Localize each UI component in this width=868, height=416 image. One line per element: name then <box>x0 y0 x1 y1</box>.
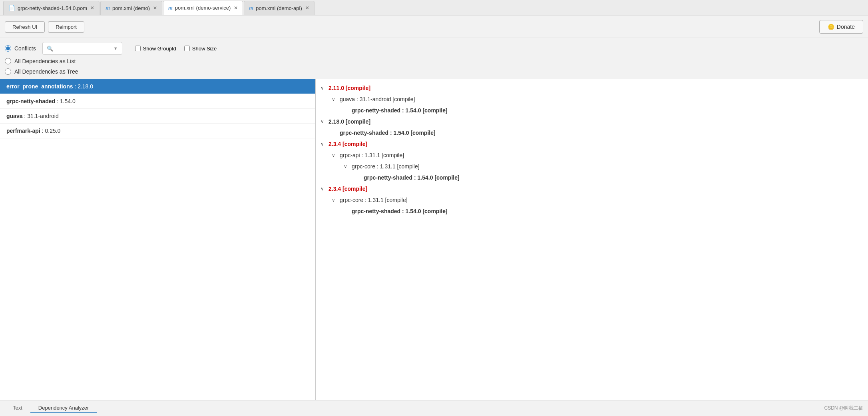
dep-version: : 1.54.0 <box>57 98 76 104</box>
chevron-icon: ∨ <box>321 141 327 147</box>
reimport-button[interactable]: Reimport <box>48 21 84 33</box>
tree-item-text: 2.18.0 [compile] <box>328 118 370 125</box>
status-credit: CSDN @叫我二征 <box>824 405 863 412</box>
conflicts-radio-item[interactable]: Conflicts <box>5 45 36 52</box>
tab-grpc-pom[interactable]: 📄 grpc-netty-shaded-1.54.0.pom ✕ <box>3 1 100 15</box>
chevron-icon: ∨ <box>332 152 338 158</box>
chevron-icon: ∨ <box>332 197 338 203</box>
status-tabs: Text Dependency Analyzer <box>5 403 97 413</box>
dep-item-perfmark[interactable]: perfmark-api : 0.25.0 <box>0 124 315 138</box>
tree-item[interactable]: ∨ grpc-core : 1.31.1 [compile] <box>316 161 868 172</box>
tree-item-text: grpc-core : 1.31.1 [compile] <box>352 163 420 170</box>
chevron-icon: ∨ <box>321 85 327 91</box>
tab-label: pom.xml (demo-api) <box>256 5 302 11</box>
tab-label: grpc-netty-shaded-1.54.0.pom <box>18 5 87 11</box>
tab-close-icon[interactable]: ✕ <box>234 5 238 11</box>
dep-name: perfmark-api <box>6 128 40 134</box>
main-content: error_prone_annotations : 2.18.0 grpc-ne… <box>0 79 868 400</box>
dep-name: error_prone_annotations <box>6 83 73 90</box>
refresh-ui-button[interactable]: Refresh UI <box>5 21 45 33</box>
all-deps-list-radio-item[interactable]: All Dependencies as List <box>5 58 76 64</box>
tab-pom-demo-api[interactable]: m pom.xml (demo-api) ✕ <box>244 1 314 15</box>
tab-label: pom.xml (demo) <box>112 5 150 11</box>
all-deps-tree-radio[interactable] <box>5 68 11 75</box>
file-icon: 📄 <box>8 5 15 11</box>
show-size-item[interactable]: Show Size <box>184 46 217 52</box>
tree-item-text: grpc-netty-shaded : 1.54.0 [compile] <box>352 107 448 114</box>
maven-icon: m <box>168 5 173 11</box>
dropdown-icon: ▼ <box>113 46 118 51</box>
options-panel: Conflicts 🔍 ▼ Show GroupId Show Size All… <box>0 38 868 79</box>
tree-item[interactable]: ∨ 2.11.0 [compile] <box>316 82 868 94</box>
options-row-3: All Dependencies as Tree <box>5 67 863 79</box>
maven-icon: m <box>249 5 253 11</box>
chevron-icon: ∨ <box>344 164 350 169</box>
tab-pom-demo-service[interactable]: m pom.xml (demo-service) ✕ <box>163 1 243 15</box>
tree-item[interactable]: ∨ 2.3.4 [compile] <box>316 138 868 150</box>
tree-item-text: 2.3.4 [compile] <box>328 141 367 147</box>
show-size-label: Show Size <box>192 46 217 52</box>
options-row-2: All Dependencies as List <box>5 56 863 67</box>
all-deps-tree-label: All Dependencies as Tree <box>14 68 78 75</box>
donate-icon: 🪙 <box>828 24 834 30</box>
dep-name: guava <box>6 113 22 119</box>
search-icon: 🔍 <box>47 46 53 52</box>
right-panel: ∨ 2.11.0 [compile] ∨ guava : 31.1-androi… <box>316 79 868 400</box>
tree-item[interactable]: ∨ guava : 31.1-android [compile] <box>316 94 868 105</box>
tree-item[interactable]: grpc-netty-shaded : 1.54.0 [compile] <box>316 172 868 183</box>
show-groupid-item[interactable]: Show GroupId <box>135 46 176 52</box>
dep-analyzer-tab-label: Dependency Analyzer <box>38 405 89 411</box>
checkbox-group: Show GroupId Show Size <box>135 46 217 52</box>
maven-icon: m <box>106 5 110 11</box>
tree-item[interactable]: grpc-netty-shaded : 1.54.0 [compile] <box>316 206 868 217</box>
all-deps-list-radio[interactable] <box>5 58 11 64</box>
tree-item[interactable]: grpc-netty-shaded : 1.54.0 [compile] <box>316 127 868 138</box>
all-deps-tree-radio-item[interactable]: All Dependencies as Tree <box>5 68 78 75</box>
dep-item-error-prone[interactable]: error_prone_annotations : 2.18.0 <box>0 79 315 94</box>
tree-item[interactable]: ∨ grpc-api : 1.31.1 [compile] <box>316 150 868 161</box>
show-size-checkbox[interactable] <box>184 46 190 51</box>
show-groupid-label: Show GroupId <box>143 46 176 52</box>
show-groupid-checkbox[interactable] <box>135 46 141 51</box>
tree-item-text: grpc-core : 1.31.1 [compile] <box>340 197 408 203</box>
tree-item[interactable]: ∨ 2.3.4 [compile] <box>316 183 868 194</box>
tree-item[interactable]: ∨ grpc-core : 1.31.1 [compile] <box>316 194 868 206</box>
search-input[interactable] <box>56 46 111 52</box>
left-panel: error_prone_annotations : 2.18.0 grpc-ne… <box>0 79 316 400</box>
tree-item-text: 2.3.4 [compile] <box>328 186 367 192</box>
toolbar-left: Refresh UI Reimport <box>5 21 84 33</box>
tree-item-text: grpc-netty-shaded : 1.54.0 [compile] <box>364 174 460 181</box>
donate-button[interactable]: 🪙 Donate <box>819 20 863 34</box>
tab-label: pom.xml (demo-service) <box>175 5 231 11</box>
conflicts-radio[interactable] <box>5 45 11 52</box>
options-row-1: Conflicts 🔍 ▼ Show GroupId Show Size <box>5 38 863 56</box>
chevron-icon <box>344 208 350 214</box>
tab-bar: 📄 grpc-netty-shaded-1.54.0.pom ✕ m pom.x… <box>0 0 868 16</box>
tab-close-icon[interactable]: ✕ <box>305 5 309 11</box>
tree-item[interactable]: grpc-netty-shaded : 1.54.0 [compile] <box>316 105 868 116</box>
chevron-icon: ∨ <box>332 96 338 102</box>
tab-close-icon[interactable]: ✕ <box>90 5 94 11</box>
chevron-icon: ∨ <box>321 119 327 124</box>
tab-pom-demo[interactable]: m pom.xml (demo) ✕ <box>100 1 162 15</box>
donate-label: Donate <box>837 24 855 30</box>
chevron-icon <box>344 108 350 113</box>
status-bar: Text Dependency Analyzer CSDN @叫我二征 <box>0 400 868 416</box>
dependency-analyzer-tab[interactable]: Dependency Analyzer <box>30 403 97 413</box>
dep-item-guava[interactable]: guava : 31.1-android <box>0 109 315 124</box>
tree-item-text: guava : 31.1-android [compile] <box>340 96 415 102</box>
text-tab[interactable]: Text <box>5 403 30 413</box>
dep-name: grpc-netty-shaded <box>6 98 55 104</box>
dep-version: : 31.1-android <box>24 113 58 119</box>
toolbar: Refresh UI Reimport 🪙 Donate <box>0 16 868 38</box>
chevron-icon: ∨ <box>321 186 327 192</box>
dep-item-grpc-netty[interactable]: grpc-netty-shaded : 1.54.0 <box>0 94 315 109</box>
tree-item[interactable]: ∨ 2.18.0 [compile] <box>316 116 868 127</box>
tree-item-text: grpc-netty-shaded : 1.54.0 [compile] <box>340 130 436 136</box>
tree-item-text: grpc-api : 1.31.1 [compile] <box>340 152 404 158</box>
chevron-icon <box>332 130 338 136</box>
chevron-icon <box>356 175 362 180</box>
search-box[interactable]: 🔍 ▼ <box>42 42 122 55</box>
tab-close-icon[interactable]: ✕ <box>153 5 157 11</box>
dep-version: : 0.25.0 <box>42 128 61 134</box>
